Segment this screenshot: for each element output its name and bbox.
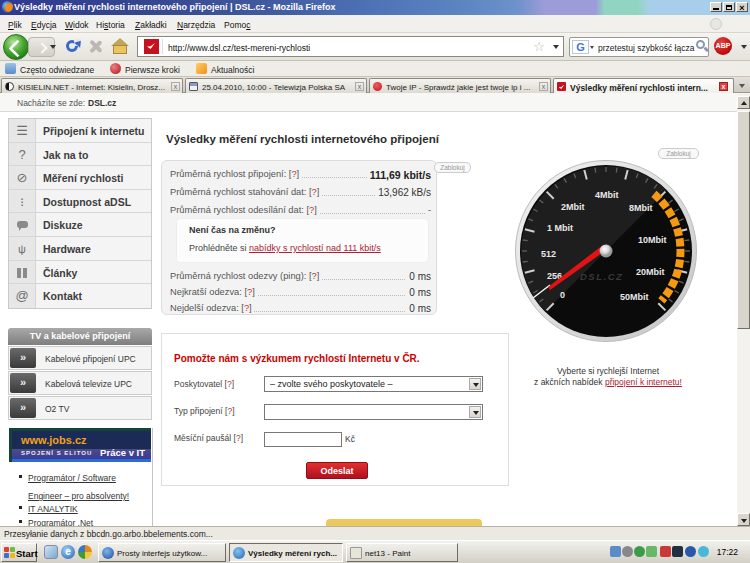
- svg-text:DSL.CZ: DSL.CZ: [580, 271, 623, 282]
- svg-text:10Mbit: 10Mbit: [638, 235, 667, 245]
- svg-text:8Mbit: 8Mbit: [629, 203, 653, 213]
- svg-text:512: 512: [541, 249, 556, 259]
- svg-text:1 Mbit: 1 Mbit: [547, 223, 573, 233]
- svg-text:2Mbit: 2Mbit: [561, 202, 585, 212]
- svg-text:50Mbit: 50Mbit: [620, 292, 649, 302]
- svg-text:4Mbit: 4Mbit: [595, 190, 619, 200]
- svg-text:20Mbit: 20Mbit: [636, 267, 665, 277]
- svg-text:0: 0: [560, 290, 565, 300]
